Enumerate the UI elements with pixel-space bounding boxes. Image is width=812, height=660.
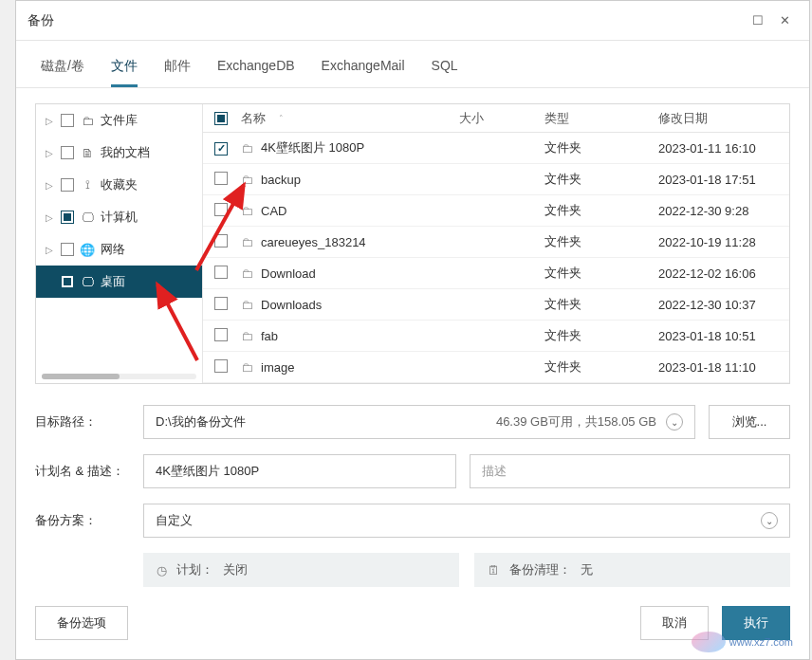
file-checkbox[interactable] [214, 359, 228, 373]
schedule-info[interactable]: ◷ 计划： 关闭 [143, 553, 459, 587]
backup-scheme-value: 自定义 [156, 512, 193, 529]
browse-button[interactable]: 浏览... [709, 405, 790, 439]
file-type: 文件夹 [544, 358, 658, 376]
select-all-checkbox[interactable] [214, 112, 228, 125]
file-checkbox[interactable] [214, 328, 228, 341]
tree-item-桌面[interactable]: 🖵桌面 [36, 266, 202, 298]
window-title: 备份 [28, 12, 745, 29]
dialog-body: ▷🗀文件库▷🗎我的文档▷⟟收藏夹▷🖵计算机▷🌐网络🖵桌面 名称˄ 大小 类型 修… [16, 88, 809, 589]
column-size[interactable]: 大小 [459, 110, 544, 127]
file-date: 2023-01-11 16:10 [658, 141, 789, 156]
file-row[interactable]: 🗀CAD文件夹2022-12-30 9:28 [203, 195, 789, 227]
form: 目标路径： D:\我的备份文件 46.39 GB可用，共158.05 GB ⌄ … [35, 405, 790, 587]
file-date: 2022-10-19 11:28 [658, 235, 789, 249]
file-checkbox[interactable] [214, 234, 228, 248]
monitor-icon: 🖵 [80, 275, 95, 289]
tree-checkbox[interactable] [61, 243, 74, 256]
file-checkbox[interactable] [214, 297, 228, 310]
tree-item-计算机[interactable]: ▷🖵计算机 [36, 201, 202, 233]
tab-磁盘/卷[interactable]: 磁盘/卷 [41, 52, 84, 87]
file-date: 2023-01-18 11:10 [658, 360, 789, 375]
file-type: 文件夹 [544, 327, 658, 344]
tab-exchangedb[interactable]: ExchangeDB [217, 52, 295, 87]
file-row[interactable]: 🗀image文件夹2023-01-18 11:10 [203, 352, 789, 383]
tab-bar: 磁盘/卷文件邮件ExchangeDBExchangeMailSQL [16, 41, 809, 88]
file-type: 文件夹 [544, 233, 658, 250]
file-name: Downloads [261, 298, 322, 312]
file-checkbox[interactable] [214, 266, 228, 279]
file-checkbox[interactable] [214, 142, 228, 156]
folder-icon: 🗀 [241, 235, 253, 249]
location-tree: ▷🗀文件库▷🗎我的文档▷⟟收藏夹▷🖵计算机▷🌐网络🖵桌面 [36, 104, 203, 383]
file-row[interactable]: 🗀careueyes_183214文件夹2022-10-19 11:28 [203, 227, 789, 258]
target-path-field[interactable]: D:\我的备份文件 46.39 GB可用，共158.05 GB ⌄ [143, 405, 695, 439]
expand-icon[interactable]: ▷ [46, 212, 55, 223]
dropdown-icon[interactable]: ⌄ [761, 512, 778, 529]
tree-checkbox[interactable] [61, 146, 74, 159]
plan-name-input[interactable]: 4K壁纸图片 1080P [143, 454, 456, 488]
cleanup-info[interactable]: 🗓 备份清理： 无 [474, 553, 790, 587]
file-name: backup [261, 173, 301, 187]
file-checkbox[interactable] [214, 203, 228, 216]
clock-icon: ◷ [157, 563, 167, 578]
execute-button[interactable]: 执行 [722, 606, 790, 640]
tree-item-我的文档[interactable]: ▷🗎我的文档 [36, 137, 202, 169]
expand-icon[interactable]: ▷ [46, 180, 55, 191]
tree-item-label: 网络 [101, 241, 125, 258]
plan-name-value: 4K壁纸图片 1080P [156, 463, 259, 480]
tab-邮件[interactable]: 邮件 [164, 52, 191, 87]
target-path-hint: 46.39 GB可用，共158.05 GB [496, 413, 656, 431]
file-type: 文件夹 [544, 202, 658, 219]
tree-checkbox[interactable] [61, 275, 74, 288]
file-name: CAD [261, 204, 286, 218]
dropdown-icon[interactable]: ⌄ [666, 413, 683, 431]
expand-icon[interactable]: ▷ [46, 116, 55, 126]
file-row[interactable]: 🗀fab文件夹2023-01-18 10:51 [203, 321, 789, 352]
expand-icon[interactable]: ▷ [46, 245, 55, 255]
maximize-button[interactable]: ☐ [745, 8, 771, 34]
folder-icon: 🗀 [241, 360, 253, 375]
folder-icon: 🗀 [241, 329, 253, 343]
cleanup-label: 备份清理： [509, 561, 571, 578]
folder-icon: 🗀 [241, 298, 253, 312]
description-input[interactable]: 描述 [470, 454, 790, 488]
backup-scheme-select[interactable]: 自定义 ⌄ [143, 504, 790, 538]
monitor-icon: 🖵 [80, 211, 95, 225]
file-name: image [261, 360, 294, 375]
tree-checkbox[interactable] [61, 211, 74, 224]
column-date[interactable]: 修改日期 [658, 110, 789, 127]
expand-icon[interactable]: ▷ [46, 148, 55, 158]
folder-icon: 🗀 [241, 173, 253, 187]
backup-options-button[interactable]: 备份选项 [35, 606, 128, 640]
tree-checkbox[interactable] [61, 114, 74, 127]
file-name: Download [261, 266, 316, 281]
sort-indicator-icon: ˄ [279, 114, 284, 123]
tree-item-label: 桌面 [101, 273, 125, 290]
tab-sql[interactable]: SQL [432, 52, 458, 87]
file-checkbox[interactable] [214, 172, 228, 185]
tree-checkbox[interactable] [61, 178, 74, 192]
file-date: 2022-12-30 10:37 [658, 298, 789, 312]
tab-文件[interactable]: 文件 [111, 52, 138, 87]
file-row[interactable]: 🗀4K壁纸图片 1080P文件夹2023-01-11 16:10 [203, 133, 789, 164]
cancel-button[interactable]: 取消 [640, 606, 709, 640]
tree-item-文件库[interactable]: ▷🗀文件库 [36, 104, 202, 137]
file-name: careueyes_183214 [261, 235, 366, 249]
close-button[interactable]: ✕ [771, 8, 798, 34]
tree-item-网络[interactable]: ▷🌐网络 [36, 233, 202, 266]
file-type: 文件夹 [544, 296, 658, 313]
tree-scrollbar[interactable] [42, 374, 196, 379]
schedule-label: 计划： [176, 561, 213, 578]
backup-dialog: 备份 ☐ ✕ 磁盘/卷文件邮件ExchangeDBExchangeMailSQL… [15, 0, 810, 660]
bookmark-icon: ⟟ [80, 177, 95, 192]
file-row[interactable]: 🗀Download文件夹2022-12-02 16:06 [203, 258, 789, 289]
titlebar: 备份 ☐ ✕ [16, 1, 809, 41]
tab-exchangemail[interactable]: ExchangeMail [322, 52, 405, 87]
column-name[interactable]: 名称˄ [241, 110, 459, 127]
file-list: 名称˄ 大小 类型 修改日期 🗀4K壁纸图片 1080P文件夹2023-01-1… [203, 104, 789, 383]
file-row[interactable]: 🗀Downloads文件夹2022-12-30 10:37 [203, 289, 789, 321]
column-type[interactable]: 类型 [544, 110, 658, 127]
tree-item-收藏夹[interactable]: ▷⟟收藏夹 [36, 169, 202, 201]
file-row[interactable]: 🗀backup文件夹2023-01-18 17:51 [203, 164, 789, 195]
cleanup-value: 无 [581, 561, 593, 578]
